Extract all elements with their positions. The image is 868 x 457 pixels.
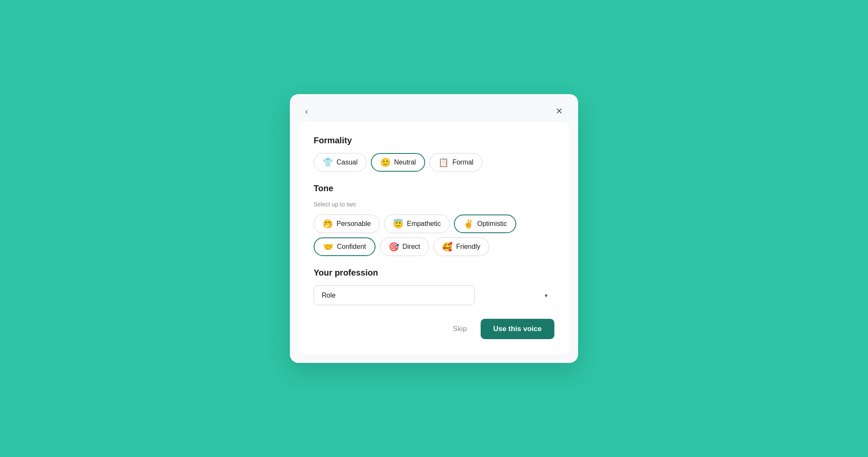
neutral-icon: 🙂 — [380, 158, 391, 167]
personable-label: Personable — [337, 220, 371, 228]
tone-chip-direct[interactable]: 🎯 Direct — [380, 237, 429, 256]
optimistic-icon: ✌️ — [463, 220, 474, 228]
empathetic-label: Empathetic — [407, 220, 441, 228]
back-button[interactable]: ‹ — [302, 105, 312, 118]
tone-chip-personable[interactable]: 🤭 Personable — [314, 215, 380, 233]
friendly-label: Friendly — [456, 243, 480, 251]
direct-label: Direct — [403, 243, 420, 251]
skip-button[interactable]: Skip — [448, 321, 472, 337]
formality-chip-formal[interactable]: 📋 Formal — [429, 153, 482, 172]
neutral-label: Neutral — [394, 159, 416, 166]
formality-title: Formality — [314, 136, 554, 145]
confident-icon: 🤝 — [323, 242, 334, 251]
modal-footer: Skip Use this voice — [314, 319, 554, 339]
profession-select-wrapper: Role Engineer Designer Manager Writer Ot… — [314, 285, 554, 305]
formality-chip-casual[interactable]: 👕 Casual — [314, 153, 367, 172]
formality-chip-neutral[interactable]: 🙂 Neutral — [371, 153, 426, 172]
use-voice-button[interactable]: Use this voice — [481, 319, 554, 339]
casual-label: Casual — [337, 159, 358, 166]
profession-title: Your profession — [314, 268, 554, 278]
tone-chip-optimistic[interactable]: ✌️ Optimistic — [454, 215, 516, 233]
tone-chip-empathetic[interactable]: 😇 Empathetic — [384, 215, 450, 233]
formality-section: Formality 👕 Casual 🙂 Neutral 📋 Formal — [314, 136, 554, 172]
tone-chip-friendly[interactable]: 🥰 Friendly — [433, 237, 489, 256]
modal-navigation: ‹ ✕ — [290, 94, 578, 122]
modal-body: Formality 👕 Casual 🙂 Neutral 📋 Formal To… — [298, 122, 570, 354]
formal-label: Formal — [452, 159, 473, 166]
empathetic-icon: 😇 — [393, 220, 403, 228]
profession-section: Your profession Role Engineer Designer M… — [314, 268, 554, 305]
tone-row-2: 🤝 Confident 🎯 Direct 🥰 Friendly — [314, 237, 554, 256]
confident-label: Confident — [337, 243, 366, 251]
tone-section: Tone Select up to two 🤭 Personable 😇 Emp… — [314, 184, 554, 256]
voice-settings-modal: ‹ ✕ Formality 👕 Casual 🙂 Neutral 📋 Forma… — [290, 94, 578, 363]
tone-chip-confident[interactable]: 🤝 Confident — [314, 237, 376, 256]
tone-row-1: 🤭 Personable 😇 Empathetic ✌️ Optimistic — [314, 215, 554, 233]
close-button[interactable]: ✕ — [552, 104, 566, 118]
personable-icon: 🤭 — [323, 220, 333, 228]
profession-select[interactable]: Role Engineer Designer Manager Writer Ot… — [314, 285, 475, 305]
friendly-icon: 🥰 — [442, 242, 453, 251]
direct-icon: 🎯 — [389, 242, 399, 251]
tone-title: Tone — [314, 184, 554, 193]
optimistic-label: Optimistic — [477, 220, 507, 228]
chevron-down-icon: ▾ — [545, 292, 548, 299]
tone-subtitle: Select up to two — [314, 201, 554, 208]
casual-icon: 👕 — [323, 158, 333, 167]
formality-options: 👕 Casual 🙂 Neutral 📋 Formal — [314, 153, 554, 172]
formal-icon: 📋 — [438, 158, 449, 167]
